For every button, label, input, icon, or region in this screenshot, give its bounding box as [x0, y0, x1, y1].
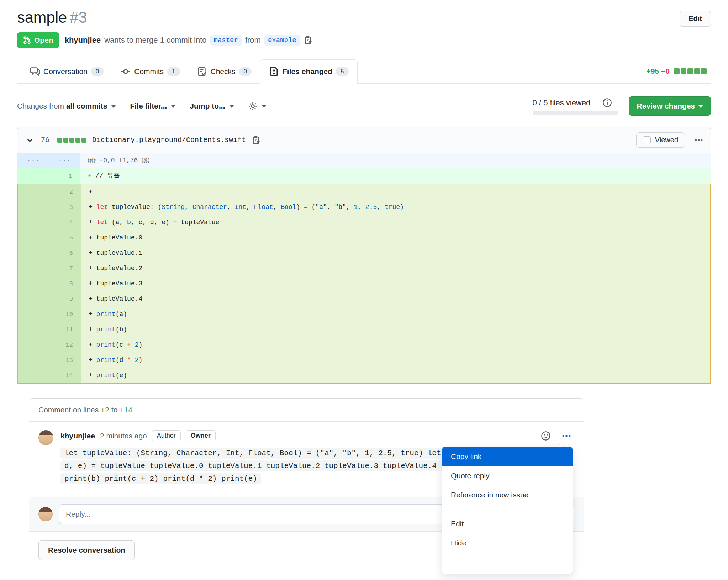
old-line-number: [18, 276, 49, 291]
comment-kebab-icon[interactable]: [561, 431, 571, 441]
diff-line-1[interactable]: 1+ // 튜플: [17, 168, 711, 184]
new-line-number: 6: [49, 246, 81, 261]
tab-checks[interactable]: Checks 0: [189, 60, 260, 83]
menu-item-copy-link[interactable]: Copy link: [442, 447, 573, 466]
viewed-checkbox[interactable]: [643, 136, 651, 144]
inline-comment-area: Comment on lines +2 to +14 khyunjiee 2 m…: [17, 384, 711, 569]
tab-files-changed[interactable]: Files changed 5: [260, 59, 358, 84]
diff-line-12[interactable]: 12+ print(c + 2): [18, 337, 710, 353]
diff-line-8[interactable]: 8+ tupleValue.3: [18, 276, 710, 291]
old-line-number: [18, 368, 49, 383]
info-icon[interactable]: [602, 98, 612, 107]
diff-line-13[interactable]: 13+ print(d * 2): [18, 353, 710, 368]
chevron-down-icon: [171, 105, 175, 110]
diff-block: [674, 68, 680, 74]
selected-line-range: 2+ 3+ let tupleValue: (String, Character…: [17, 184, 711, 384]
menu-item-quote-reply[interactable]: Quote reply: [442, 466, 573, 485]
diff-block: [57, 138, 62, 143]
diff-line-code: + tupleValue.4: [81, 291, 710, 307]
comment-author[interactable]: khyunjiee: [60, 432, 95, 440]
diff-line-code: + tupleValue.0: [81, 230, 710, 246]
diff-line-10[interactable]: 10+ print(a): [18, 307, 710, 322]
pr-title-text: sample: [17, 9, 67, 26]
new-line-number: 4: [49, 215, 81, 230]
hunk-header-row[interactable]: ··· ··· @@ -0,0 +1,76 @@: [17, 153, 711, 168]
inline-code: print(b) print(c + 2) print(d * 2) print…: [60, 473, 261, 484]
file-filter-dropdown[interactable]: File filter...: [130, 102, 175, 110]
file-kebab-icon[interactable]: [694, 136, 703, 145]
diff-block: [694, 68, 700, 74]
diff-line-9[interactable]: 9+ tupleValue.4: [18, 291, 710, 307]
diff-line-14[interactable]: 14+ print(e): [18, 368, 710, 383]
old-line-number: [18, 307, 49, 322]
diff-line-7[interactable]: 7+ tupleValue.2: [18, 261, 710, 276]
copy-path-icon[interactable]: [252, 136, 261, 145]
head-branch-label[interactable]: example: [264, 35, 300, 46]
hunk-header-text: @@ -0,0 +1,76 @@: [80, 153, 711, 168]
new-line-number: 2: [49, 184, 81, 200]
new-line-number: 13: [49, 353, 81, 368]
additions-count: +95: [646, 67, 659, 75]
new-line-number: 14: [49, 368, 81, 383]
tab-counter: 0: [239, 67, 252, 76]
chevron-down-icon: [698, 105, 703, 110]
tab-commits[interactable]: Commits 1: [112, 60, 188, 83]
diff-line-3[interactable]: 3+ let tupleValue: (String, Character, I…: [18, 200, 710, 215]
jump-to-dropdown[interactable]: Jump to...: [190, 102, 233, 110]
diff-line-code: + let tupleValue: (String, Character, In…: [81, 200, 710, 215]
emoji-reaction-icon[interactable]: [541, 431, 551, 441]
files-viewed-text: 0 / 5 files viewed: [533, 98, 591, 107]
diff-line-11[interactable]: 11+ print(b): [18, 322, 710, 337]
tab-label: Files changed: [283, 67, 332, 76]
pr-tab-bar: Conversation 0 Commits 1 Checks 0: [17, 59, 711, 84]
old-line-number: [18, 230, 49, 246]
diff-line-code: + tupleValue.3: [81, 276, 710, 291]
new-line-number: 7: [49, 261, 81, 276]
range-prefix: Comment on lines: [38, 406, 99, 414]
diff-line-2[interactable]: 2+: [18, 184, 710, 200]
diff-block: [81, 138, 86, 143]
review-changes-button[interactable]: Review changes: [629, 96, 711, 116]
file-diff-icon: [269, 67, 279, 77]
diff-block: [701, 68, 707, 74]
comment-timestamp[interactable]: 2 minutes ago: [100, 432, 147, 440]
avatar[interactable]: [38, 430, 53, 445]
diff-line-5[interactable]: 5+ tupleValue.0: [18, 230, 710, 246]
new-line-number: 10: [49, 307, 81, 322]
diff-line-6[interactable]: 6+ tupleValue.1: [18, 246, 710, 261]
copy-branch-icon[interactable]: [304, 36, 313, 45]
diff-toolbar: Changes from all commits File filter... …: [17, 96, 711, 116]
diff-line-code: + tupleValue.1: [81, 246, 710, 261]
diff-block: [75, 138, 80, 143]
tab-conversation[interactable]: Conversation 0: [21, 60, 112, 83]
review-changes-label: Review changes: [637, 102, 695, 110]
new-line-number: 11: [49, 322, 81, 337]
tab-counter: 1: [167, 67, 180, 76]
hunk-gutter-dots: ···: [49, 153, 80, 168]
chevron-down-icon: [111, 105, 116, 110]
edit-button[interactable]: Edit: [680, 11, 711, 27]
comment-range-header: Comment on lines +2 to +14: [29, 399, 584, 422]
range-end: +14: [120, 406, 132, 414]
merge-status-text: khyunjiee wants to merge 1 commit into m…: [65, 35, 313, 46]
diff-block: [69, 138, 74, 143]
collapse-file-chevron-icon[interactable]: [25, 135, 35, 146]
menu-item-reference-in-new-issue[interactable]: Reference in new issue: [442, 485, 573, 505]
pr-number: #3: [70, 9, 87, 26]
diff-line-code: + print(a): [81, 307, 710, 322]
jump-to-label: Jump to...: [190, 102, 225, 110]
new-line-number: 1: [49, 168, 80, 184]
menu-item-hide[interactable]: Hide: [442, 533, 573, 553]
diff-line-4[interactable]: 4+ let (a, b, c, d, e) = tupleValue: [18, 215, 710, 230]
inline-code: let tupleValue: (String, Character, Int,…: [60, 448, 490, 459]
viewed-button[interactable]: Viewed: [636, 132, 685, 148]
diff-settings-dropdown[interactable]: [248, 101, 266, 111]
old-line-number: [18, 215, 49, 230]
menu-item-edit[interactable]: Edit: [442, 514, 573, 533]
resolve-conversation-button[interactable]: Resolve conversation: [38, 540, 135, 560]
base-branch-label[interactable]: master: [210, 35, 242, 46]
diff-line-code: + tupleValue.2: [81, 261, 710, 276]
pull-request-page: sample#3 Edit Open khyunjiee wants to me…: [0, 0, 728, 569]
tab-counter: 5: [336, 67, 348, 76]
changes-from-dropdown[interactable]: Changes from all commits: [17, 102, 116, 110]
